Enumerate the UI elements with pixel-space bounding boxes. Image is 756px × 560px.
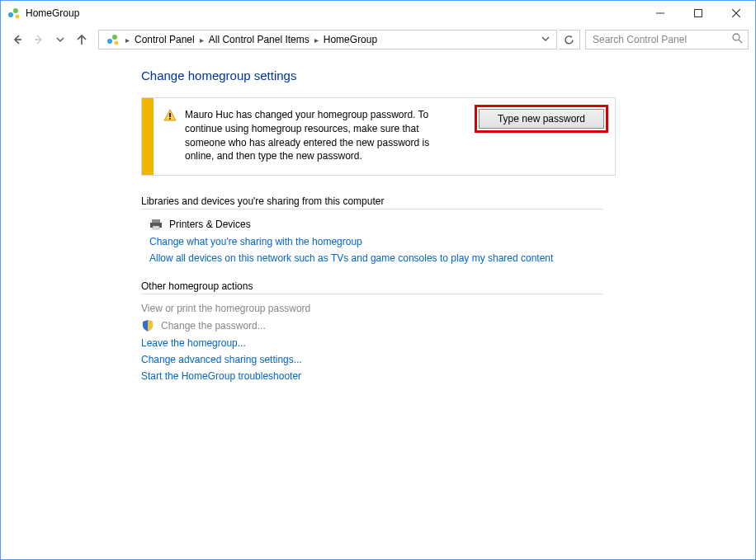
link-advanced-sharing[interactable]: Change advanced sharing settings... xyxy=(141,354,628,365)
maximize-button[interactable] xyxy=(679,1,717,26)
close-icon xyxy=(732,9,740,17)
nav-row: ▸ Control Panel ▸ All Control Panel Item… xyxy=(1,26,755,54)
arrow-up-icon xyxy=(75,33,88,46)
breadcrumb-item[interactable]: HomeGroup xyxy=(320,31,380,49)
svg-rect-19 xyxy=(153,226,159,229)
warning-icon xyxy=(163,109,177,122)
alert-box: Mauro Huc has changed your homegroup pas… xyxy=(141,97,616,176)
minimize-icon xyxy=(656,9,664,17)
close-button[interactable] xyxy=(717,1,755,26)
svg-point-13 xyxy=(733,34,739,40)
link-change-sharing[interactable]: Change what you're sharing with the home… xyxy=(149,236,628,247)
svg-rect-4 xyxy=(695,10,702,17)
svg-rect-17 xyxy=(152,219,160,223)
search-input[interactable] xyxy=(591,33,743,46)
chevron-right-icon: ▸ xyxy=(313,35,320,45)
section-header-actions: Other homegroup actions xyxy=(141,280,603,294)
link-change-password[interactable]: Change the password... xyxy=(141,319,628,332)
page-title: Change homegroup settings xyxy=(141,68,628,82)
type-new-password-button[interactable]: Type new password xyxy=(479,109,604,129)
shield-icon xyxy=(141,319,154,332)
chevron-right-icon: ▸ xyxy=(198,35,206,45)
svg-line-14 xyxy=(739,40,742,43)
svg-point-0 xyxy=(8,12,13,17)
arrow-right-icon xyxy=(32,33,45,46)
alert-accent-bar xyxy=(142,98,154,175)
refresh-icon xyxy=(564,35,574,45)
minimize-button[interactable] xyxy=(641,1,679,26)
maximize-icon xyxy=(694,9,702,17)
printer-icon xyxy=(149,218,163,231)
section-header-sharing: Libraries and devices you're sharing fro… xyxy=(141,195,603,209)
device-row: Printers & Devices xyxy=(149,218,628,231)
svg-rect-15 xyxy=(169,113,171,117)
link-leave-homegroup[interactable]: Leave the homegroup... xyxy=(141,337,628,349)
highlighted-area: Type new password xyxy=(475,105,608,133)
content-area: Change homegroup settings Mauro Huc has … xyxy=(1,54,628,382)
recent-dropdown[interactable] xyxy=(50,30,70,49)
link-troubleshooter[interactable]: Start the HomeGroup troubleshooter xyxy=(141,370,628,382)
up-button[interactable] xyxy=(72,30,92,49)
homegroup-icon xyxy=(7,7,21,20)
svg-rect-16 xyxy=(169,118,171,120)
link-allow-devices[interactable]: Allow all devices on this network such a… xyxy=(149,252,628,264)
address-dropdown[interactable] xyxy=(538,35,553,45)
svg-point-10 xyxy=(107,39,112,44)
search-icon xyxy=(732,33,743,46)
window-title: HomeGroup xyxy=(26,7,641,19)
breadcrumb-item[interactable]: Control Panel xyxy=(131,31,198,49)
svg-point-1 xyxy=(13,8,18,13)
arrow-left-icon xyxy=(11,33,24,46)
chevron-right-icon: ▸ xyxy=(124,35,131,45)
back-button[interactable] xyxy=(7,30,27,49)
chevron-down-icon xyxy=(56,35,64,44)
svg-point-12 xyxy=(115,41,119,45)
link-view-password[interactable]: View or print the homegroup password xyxy=(141,303,628,314)
chevron-down-icon xyxy=(541,35,550,43)
titlebar: HomeGroup xyxy=(1,1,755,26)
breadcrumb-item[interactable]: All Control Panel Items xyxy=(206,31,313,49)
refresh-button[interactable] xyxy=(559,30,580,49)
device-label: Printers & Devices xyxy=(169,219,251,230)
window-controls xyxy=(641,1,755,26)
svg-point-2 xyxy=(16,15,20,19)
change-password-label: Change the password... xyxy=(161,320,266,332)
alert-message: Mauro Huc has changed your homegroup pas… xyxy=(185,108,457,163)
address-bar[interactable]: ▸ Control Panel ▸ All Control Panel Item… xyxy=(98,30,557,49)
svg-point-11 xyxy=(112,35,117,40)
homegroup-icon xyxy=(104,31,122,49)
forward-button[interactable] xyxy=(29,30,49,49)
search-box[interactable] xyxy=(585,30,749,49)
